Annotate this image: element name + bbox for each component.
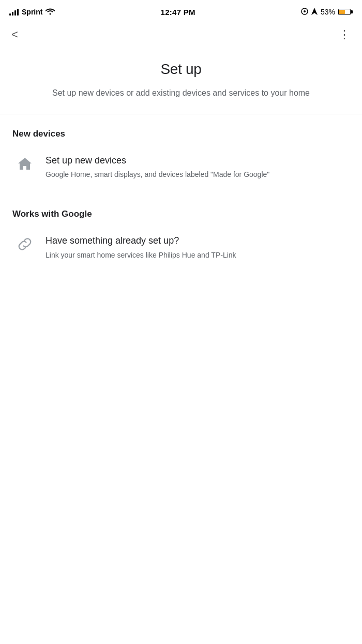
battery-icon: [338, 9, 353, 15]
setup-new-devices-content: Set up new devices Google Home, smart di…: [37, 155, 350, 180]
page-title: Set up: [21, 61, 341, 78]
status-left: Sprint: [9, 8, 55, 17]
works-with-google-section: Works with Google Have something already…: [0, 194, 362, 275]
home-icon: [12, 155, 37, 172]
already-setup-title: Have something already set up?: [46, 235, 350, 247]
already-setup-item[interactable]: Have something already set up? Link your…: [12, 228, 350, 269]
back-button[interactable]: <: [9, 27, 20, 42]
new-devices-section-title: New devices: [12, 129, 350, 139]
page-header: Set up Set up new devices or add existin…: [0, 51, 362, 114]
works-with-google-section-title: Works with Google: [12, 209, 350, 219]
wifi-icon: [46, 8, 55, 17]
setup-new-devices-item[interactable]: Set up new devices Google Home, smart di…: [12, 147, 350, 189]
already-setup-desc: Link your smart home services like Phili…: [46, 250, 350, 261]
navigation-icon: [311, 8, 318, 17]
new-devices-section: New devices Set up new devices Google Ho…: [0, 114, 362, 194]
svg-point-1: [304, 10, 306, 12]
more-button[interactable]: ⋮: [337, 27, 353, 42]
status-right: 53%: [301, 8, 353, 17]
status-time: 12:47 PM: [160, 8, 195, 17]
already-setup-content: Have something already set up? Link your…: [37, 235, 350, 260]
setup-new-devices-title: Set up new devices: [46, 155, 350, 167]
link-icon: [12, 235, 37, 252]
setup-new-devices-desc: Google Home, smart displays, and devices…: [46, 169, 350, 180]
nav-bar: < ⋮: [0, 23, 362, 51]
carrier-label: Sprint: [22, 8, 42, 16]
status-bar: Sprint 12:47 PM 53%: [0, 0, 362, 23]
location-icon: [301, 8, 308, 17]
signal-icon: [9, 8, 19, 16]
battery-percent-label: 53%: [321, 8, 335, 16]
page-subtitle: Set up new devices or add existing devic…: [41, 87, 321, 99]
